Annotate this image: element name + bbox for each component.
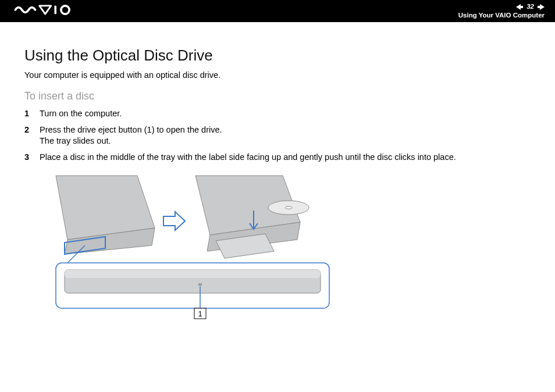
svg-rect-13	[198, 283, 202, 286]
step-number: 3	[24, 152, 40, 163]
step-number: 2	[24, 124, 40, 147]
prev-page-icon[interactable]	[516, 4, 523, 10]
step-text: Turn on the computer.	[40, 108, 531, 120]
arrow-right-icon	[163, 212, 185, 230]
front-view-illustration	[56, 245, 329, 308]
callout-number: 1	[198, 309, 202, 318]
list-item: 3 Place a disc in the middle of the tray…	[24, 152, 531, 163]
subheading: To insert a disc	[24, 90, 531, 102]
callout-label: 1	[194, 308, 206, 319]
step-text: Place a disc in the middle of the tray w…	[40, 152, 531, 163]
figure: 1	[50, 170, 531, 323]
laptop-open-drive-illustration	[195, 176, 309, 258]
step-number: 1	[24, 108, 40, 120]
list-item: 2 Press the drive eject button (1) to op…	[24, 124, 531, 147]
step-text: Press the drive eject button (1) to open…	[40, 124, 531, 147]
laptop-closed-drive-illustration	[56, 176, 155, 254]
svg-point-1	[61, 6, 69, 14]
vaio-logo	[13, 4, 83, 18]
page-content: Using the Optical Disc Drive Your comput…	[0, 22, 555, 323]
svg-point-9	[285, 206, 292, 209]
page-nav: 32	[516, 3, 545, 11]
page-title: Using the Optical Disc Drive	[24, 47, 531, 65]
header-bar: 32 Using Your VAIO Computer	[0, 0, 555, 22]
next-page-icon[interactable]	[538, 4, 545, 10]
breadcrumb: Using Your VAIO Computer	[458, 12, 545, 20]
steps-list: 1 Turn on the computer. 2 Press the driv…	[24, 108, 531, 163]
svg-rect-0	[54, 6, 56, 14]
page-number: 32	[526, 3, 534, 11]
intro-text: Your computer is equipped with an optica…	[24, 70, 531, 80]
svg-rect-12	[65, 270, 321, 278]
list-item: 1 Turn on the computer.	[24, 108, 531, 120]
header-right: 32 Using Your VAIO Computer	[458, 3, 545, 20]
